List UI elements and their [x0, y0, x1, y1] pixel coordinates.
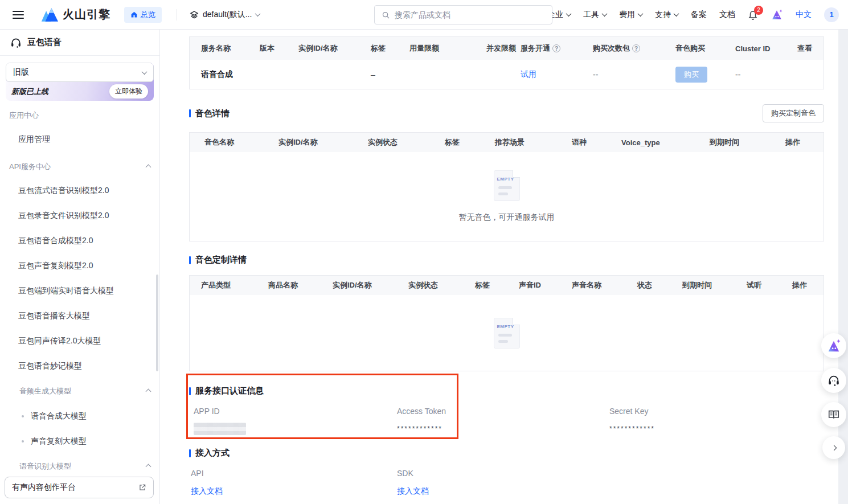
section-title: 服务接口认证信息 — [189, 386, 264, 396]
top-bar: 火山引擎 总览 default(默认... 企业 工具 费用 — [0, 0, 848, 30]
nav-tools-label: 工具 — [583, 10, 599, 20]
empty-doc-icon: EMPTY — [494, 318, 520, 349]
search-icon — [382, 11, 390, 19]
external-link-icon — [138, 483, 146, 491]
col-header: 到期时间 — [682, 280, 747, 290]
buy-custom-voice-button[interactable]: 购买定制音色 — [763, 104, 824, 122]
sidebar-item-label: 声音复刻大模型 — [31, 436, 87, 446]
sidebar-header: 豆包语音 — [0, 30, 159, 56]
sdk-label: SDK — [397, 469, 413, 478]
nav-support-label: 支持 — [655, 10, 671, 20]
collapse-panel-button[interactable] — [822, 436, 845, 459]
version-select[interactable]: 旧版 — [6, 63, 154, 82]
col-header: 试听 — [747, 280, 792, 290]
col-header: 服务名称 — [190, 43, 260, 54]
access-token-field: Access Token ************ — [397, 407, 609, 435]
app-id-label: APP ID — [194, 407, 397, 416]
workspace-label: default(默认... — [203, 10, 252, 20]
section-app-center: 应用中心 — [0, 104, 159, 127]
col-header: 操作 — [792, 280, 824, 290]
group-asr[interactable]: 语音识别大模型 — [0, 454, 159, 479]
api-doc-link[interactable]: 接入文档 — [191, 486, 223, 497]
cell-cluster-id: -- — [735, 70, 797, 79]
avatar[interactable]: 1 — [824, 7, 839, 22]
brand-logo[interactable]: 火山引擎 — [41, 7, 110, 22]
col-header: 产品类型 — [190, 280, 268, 290]
search-input[interactable] — [395, 10, 545, 19]
chevron-right-icon — [831, 445, 837, 450]
access-links: 接入文档 接入文档 — [189, 486, 824, 497]
nav-tools[interactable]: 工具 — [583, 10, 607, 20]
sidebar-item-label: 豆包录音文件识别模型2.0 — [18, 211, 109, 221]
sidebar-item-model[interactable]: 豆包流式语音识别模型2.0 — [0, 178, 159, 203]
documentation-button[interactable] — [821, 402, 846, 427]
chevron-up-icon — [146, 464, 151, 469]
sidebar-item-model[interactable]: 豆包端到端实时语音大模型 — [0, 278, 159, 304]
language-switch[interactable]: 中文 — [796, 10, 812, 20]
cell-package: -- — [593, 70, 675, 79]
sidebar-item-model[interactable]: 豆包语音妙记模型 — [0, 354, 159, 379]
voice-detail-table: 音色名称 实例ID/名称 实例状态 标签 推荐场景 语种 Voice_type … — [189, 132, 824, 241]
trial-link[interactable]: 试用 — [521, 69, 536, 79]
voice-detail-title: 音色详情 — [195, 108, 230, 119]
nav-support[interactable]: 支持 — [655, 10, 678, 20]
service-table-header: 服务名称 版本 实例ID/名称 标签 用量限额 并发限额 服务开通 购买次数包 … — [190, 37, 824, 60]
nav-docs[interactable]: 文档 — [719, 10, 735, 20]
sidebar-item-label: 豆包端到端实时语音大模型 — [18, 286, 114, 296]
sidebar-item-model[interactable]: 豆包同声传译2.0大模型 — [0, 329, 159, 354]
try-now-button[interactable]: 立即体验 — [109, 84, 148, 99]
sidebar-scrollbar[interactable] — [156, 274, 158, 371]
section-title-bar — [189, 449, 191, 457]
volcengine-logo-icon — [41, 8, 58, 22]
voice-custom-table-header: 产品类型 商品名称 实例ID/名称 实例状态 标签 声音ID 声音名称 状态 到… — [190, 276, 824, 295]
workspace-selector[interactable]: default(默认... — [190, 10, 260, 20]
banner-text: 新版已上线 — [11, 87, 48, 97]
voice-custom-empty-state: EMPTY — [190, 295, 824, 371]
col-header: 推荐场景 — [495, 137, 572, 147]
hamburger-menu-icon[interactable] — [13, 11, 24, 19]
ai-mountain-icon — [826, 338, 841, 353]
notifications-button[interactable]: 2 — [748, 10, 758, 20]
sidebar-item-app-manage[interactable]: 应用管理 — [0, 127, 159, 152]
group-audio-gen[interactable]: 音频生成大模型 — [0, 379, 159, 404]
auth-fields: APP ID Access Token ************ Secret … — [189, 407, 824, 435]
sidebar-item-label: 豆包声音复刻模型2.0 — [18, 261, 93, 271]
access-title: 接入方式 — [195, 448, 230, 458]
voice-custom-title: 音色定制详情 — [195, 255, 247, 265]
access-token-value: ************ — [397, 425, 609, 433]
col-header: 商品名称 — [268, 280, 333, 290]
global-search[interactable] — [374, 5, 552, 24]
ai-assistant-float-button[interactable] — [821, 333, 846, 358]
col-header: 并发限额 — [486, 43, 521, 54]
sidebar-item-model[interactable]: 豆包录音文件识别模型2.0 — [0, 203, 159, 228]
col-header: 音色名称 — [190, 137, 278, 147]
audio-creation-platform-link[interactable]: 有声内容创作平台 — [5, 477, 154, 498]
help-icon[interactable] — [552, 44, 560, 52]
overview-button[interactable]: 总览 — [124, 7, 162, 23]
ai-assistant-icon[interactable] — [771, 9, 783, 21]
sidebar-item-model[interactable]: 豆包语音合成模型2.0 — [0, 228, 159, 253]
col-header: Cluster ID — [735, 44, 797, 53]
sidebar-item-model[interactable]: 豆包语音播客大模型 — [0, 304, 159, 329]
buy-button[interactable]: 购买 — [675, 67, 707, 83]
col-header: 标签 — [445, 137, 495, 147]
section-api-center[interactable]: API服务中心 — [0, 155, 159, 178]
customer-support-button[interactable] — [821, 368, 846, 393]
sidebar-item-voice-clone-large[interactable]: 声音复刻大模型 — [0, 429, 159, 454]
sidebar-item-tts-large[interactable]: 语音合成大模型 — [0, 404, 159, 429]
sdk-doc-link[interactable]: 接入文档 — [397, 486, 429, 497]
sidebar-item-label: 语音合成大模型 — [31, 411, 87, 421]
sidebar-item-label: 豆包语音妙记模型 — [18, 361, 82, 371]
brand-name: 火山引擎 — [63, 7, 110, 22]
page-scrollbar[interactable] — [838, 30, 848, 504]
headset-ai-icon — [10, 37, 22, 48]
service-table: 服务名称 版本 实例ID/名称 标签 用量限额 并发限额 服务开通 购买次数包 … — [189, 36, 824, 89]
nav-beian[interactable]: 备案 — [691, 10, 707, 20]
chevron-down-icon — [674, 11, 679, 17]
overview-label: 总览 — [141, 10, 155, 20]
section-title: 接入方式 — [189, 448, 230, 458]
version-banner-box: 旧版 新版已上线 立即体验 — [6, 63, 154, 101]
help-icon[interactable] — [632, 44, 640, 52]
sidebar-item-model[interactable]: 豆包声音复刻模型2.0 — [0, 253, 159, 278]
nav-billing[interactable]: 费用 — [619, 10, 642, 20]
